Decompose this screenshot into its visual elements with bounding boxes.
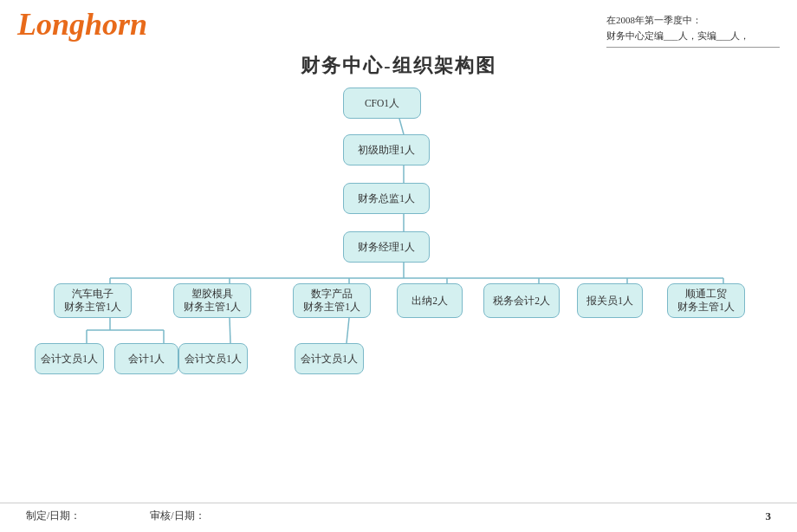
node-customs: 报关员1人 (577, 283, 643, 318)
footer-left: 制定/日期： 审核/日期： (26, 509, 205, 523)
node-general-manager: 财务总监1人 (343, 183, 430, 214)
svg-line-16 (230, 318, 230, 343)
node-manager: 财务经理1人 (343, 231, 430, 263)
node-plastic-mold: 塑胶模具 财务主管1人 (173, 283, 251, 318)
top-right-line2: 财务中心定编___人，实编___人， (606, 29, 780, 44)
logo: Longhorn (17, 9, 147, 40)
node-acc-clerk2: 会计文员1人 (178, 343, 248, 374)
top-right-line1: 在2008年第一季度中： (606, 13, 780, 29)
review-label: 审核/日期： (150, 509, 204, 523)
page-number: 3 (766, 509, 772, 523)
footer: 制定/日期： 审核/日期： 3 (0, 503, 797, 523)
svg-line-0 (399, 119, 404, 134)
org-chart: CFO1人 初级助理1人 财务总监1人 财务经理1人 汽车电子 财务主管1人 塑… (0, 88, 797, 417)
node-assistant: 初级助理1人 (343, 134, 430, 165)
node-cashier: 出纳2人 (397, 283, 463, 318)
node-cfo: CFO1人 (343, 88, 421, 119)
node-acc-clerk1: 会计文员1人 (35, 343, 104, 374)
page-title: 财务中心-组织架构图 (0, 53, 797, 79)
node-digital-product: 数字产品 财务主管1人 (293, 283, 371, 318)
node-acc-clerk3: 会计文员1人 (295, 343, 364, 374)
node-shuntong: 顺通工贸 财务主管1人 (667, 283, 745, 318)
node-auto-electronics: 汽车电子 财务主管1人 (54, 283, 132, 318)
header: Longhorn 在2008年第一季度中： 财务中心定编___人，实编___人， (0, 0, 797, 48)
made-label: 制定/日期： (26, 509, 81, 523)
top-right-info: 在2008年第一季度中： 财务中心定编___人，实编___人， (606, 13, 780, 48)
node-accountant1: 会计1人 (114, 343, 178, 374)
svg-line-17 (347, 318, 349, 343)
node-tax-accountant: 税务会计2人 (483, 283, 560, 318)
